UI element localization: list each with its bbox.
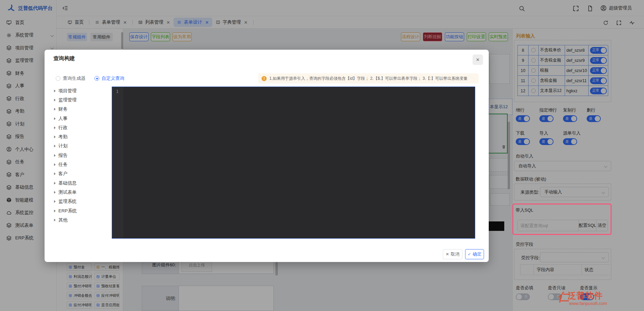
tree-node-财务[interactable]: 财务: [50, 105, 111, 114]
tree-node-label: 项目管理: [58, 88, 77, 94]
caret-right-icon: [54, 172, 56, 175]
tree-node-label: 监理管理: [58, 97, 77, 103]
caret-right-icon: [54, 219, 56, 221]
tree-node-label: 财务: [58, 106, 68, 112]
tree-node-label: 报告: [58, 152, 68, 159]
caret-right-icon: [54, 99, 56, 101]
editor-gutter: [112, 87, 124, 238]
tree-node-label: 客户: [58, 171, 68, 177]
caret-right-icon: [54, 126, 56, 129]
tree-node-计划[interactable]: 计划: [50, 142, 111, 151]
tree-node-label: 人事: [58, 116, 68, 122]
x-icon: ✕: [446, 252, 449, 257]
tree-node-客户[interactable]: 客户: [50, 169, 111, 178]
caret-right-icon: [54, 163, 56, 166]
close-icon[interactable]: ×: [473, 54, 483, 65]
module-tree: 项目管理监理管理财务人事行政考勤计划报告任务客户基础信息测试表单监理系统ERP系…: [50, 86, 111, 242]
tree-node-label: 监理系统: [58, 198, 77, 205]
tree-node-label: 考勤: [58, 134, 68, 140]
tree-node-基础信息[interactable]: 基础信息: [50, 178, 111, 188]
caret-right-icon: [54, 154, 56, 157]
radio-label: 自定义查询: [102, 75, 125, 81]
tree-node-监理系统[interactable]: 监理系统: [50, 197, 111, 206]
tree-node-ERP系统[interactable]: ERP系统: [50, 206, 111, 215]
radio-query-generator[interactable]: 查询生成器: [56, 75, 86, 81]
caret-right-icon: [54, 145, 56, 147]
tree-node-label: ERP系统: [58, 208, 77, 214]
tree-node-行政[interactable]: 行政: [50, 123, 111, 132]
warning-banner: ! 1.如果用于源单引入，查询的字段必须包含【id】字段； 2.【$.】可以带出…: [258, 73, 479, 83]
caret-right-icon: [54, 136, 56, 138]
radio-custom-query[interactable]: 自定义查询: [95, 75, 125, 81]
tree-node-label: 计划: [58, 143, 68, 149]
confirm-label: 确定: [473, 251, 482, 257]
tree-node-其他[interactable]: 其他: [50, 215, 111, 224]
radio-label: 查询生成器: [63, 75, 86, 81]
tree-node-项目管理[interactable]: 项目管理: [50, 86, 111, 95]
tree-node-监理管理[interactable]: 监理管理: [50, 95, 111, 104]
tree-node-label: 基础信息: [58, 180, 77, 186]
tree-node-报告[interactable]: 报告: [50, 151, 111, 160]
radio-circle-selected: [95, 76, 99, 81]
radio-circle: [56, 76, 60, 81]
dialog-title: 查询构建: [53, 55, 75, 62]
warning-icon: !: [262, 76, 267, 81]
caret-right-icon: [54, 117, 56, 120]
tree-node-任务[interactable]: 任务: [50, 160, 111, 169]
caret-right-icon: [54, 182, 56, 185]
sql-code-editor[interactable]: 1: [112, 87, 475, 239]
tree-node-label: 任务: [58, 162, 68, 168]
caret-right-icon: [54, 108, 56, 111]
tree-node-label: 行政: [58, 125, 68, 131]
app-root: 泛普低代码平台 首页系统管理项目管理监理管理财务人事行政考勤计划报告个人中心任务…: [0, 0, 644, 311]
warning-text: 1.如果用于源单引入，查询的字段必须包含【id】字段； 2.【$.】可以带出表单…: [269, 76, 467, 81]
tree-node-考勤[interactable]: 考勤: [50, 132, 111, 141]
query-builder-dialog: 查询构建 × 查询生成器 自定义查询 ! 1.如果用于源单引入，查询的字段必须包…: [45, 50, 489, 262]
cancel-label: 取消: [451, 251, 460, 257]
check-icon: ✓: [467, 252, 471, 257]
tree-node-label: 其他: [58, 217, 68, 223]
caret-right-icon: [54, 200, 56, 203]
confirm-button[interactable]: ✓ 确定: [465, 249, 484, 259]
tree-node-人事[interactable]: 人事: [50, 114, 111, 123]
editor-line-number: 1: [116, 89, 118, 94]
caret-right-icon: [54, 90, 56, 92]
tree-node-label: 测试表单: [58, 189, 77, 195]
cancel-button[interactable]: ✕ 取消: [443, 249, 462, 259]
tree-node-测试表单[interactable]: 测试表单: [50, 188, 111, 197]
caret-right-icon: [54, 210, 56, 212]
caret-right-icon: [54, 191, 56, 194]
